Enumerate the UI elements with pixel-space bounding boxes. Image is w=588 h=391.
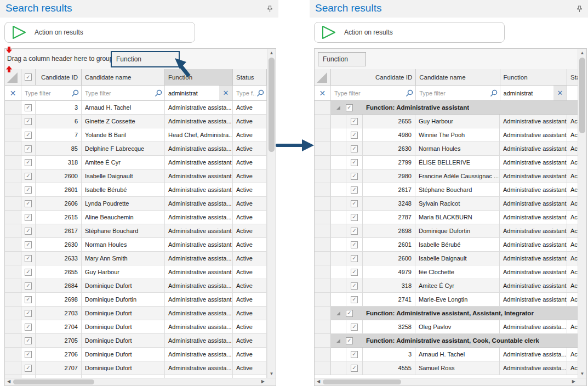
scroll-down-icon[interactable]: ▼ — [267, 371, 276, 376]
group-checkbox[interactable] — [346, 310, 353, 317]
table-row[interactable]: 4979fée ClochetteAdministrative assistan… — [315, 265, 578, 279]
scrollbar-thumb[interactable] — [323, 379, 401, 384]
table-row[interactable]: 2741Marie-Eve LongtinAdministrative assi… — [315, 293, 578, 307]
table-row[interactable]: 2707Dominique DufortAdministrative assis… — [5, 361, 267, 375]
column-header-status[interactable]: Status — [233, 69, 267, 85]
row-checkbox[interactable] — [351, 214, 358, 221]
scroll-right-icon[interactable]: ▶ — [572, 379, 575, 384]
row-checkbox[interactable] — [25, 104, 32, 111]
scroll-right-icon[interactable]: ▶ — [261, 379, 265, 384]
table-row[interactable]: 2600Isabelle DaignaultAdministrative ass… — [315, 252, 578, 265]
row-checkbox[interactable] — [25, 186, 32, 194]
table-row[interactable]: 2655Guy HarbourAdministrative assistantA… — [5, 265, 267, 279]
scrollbar-thumb[interactable] — [13, 379, 94, 384]
row-checkbox[interactable] — [25, 324, 32, 331]
dragged-function-header[interactable]: Function — [111, 51, 180, 67]
row-checkbox[interactable] — [25, 118, 32, 125]
table-row[interactable]: 318Amitee É CyrAdministrative assistantA… — [315, 279, 578, 293]
row-checkbox[interactable] — [25, 255, 32, 262]
column-header-function[interactable]: Function — [500, 69, 567, 85]
candidate-id-filter-input[interactable] — [331, 90, 404, 97]
table-row[interactable]: 2617Stéphane BouchardAdministrative assi… — [5, 224, 267, 238]
candidate-name-filter-input[interactable] — [416, 90, 488, 97]
row-checkbox[interactable] — [25, 365, 32, 372]
group-checkbox[interactable] — [346, 104, 353, 111]
table-row[interactable]: 2617Stéphane BouchardAdministrative assi… — [315, 183, 578, 197]
row-checkbox[interactable] — [25, 269, 32, 276]
row-checkbox[interactable] — [351, 241, 358, 248]
column-header-candidate-name[interactable]: Candidate name — [82, 69, 165, 85]
scroll-left-icon[interactable]: ◀ — [317, 379, 320, 384]
column-header-candidate-id[interactable]: Candidate ID — [36, 69, 82, 85]
table-row[interactable]: 2630Norman HoulesAdministrative assistan… — [315, 142, 578, 156]
clear-function-filter-button[interactable]: ✕ — [553, 86, 567, 100]
row-checkbox[interactable] — [25, 228, 32, 235]
status-filter-input[interactable] — [233, 90, 255, 97]
table-row[interactable]: 7Yolande B BarilHead Chef, Administra...… — [5, 128, 267, 142]
candidate-name-filter-input[interactable] — [82, 90, 153, 97]
table-row[interactable]: 2601Isabelle BérubéAdministrative assist… — [5, 183, 267, 197]
table-row[interactable]: 2703Dominique DufortAdministrative assis… — [5, 307, 267, 320]
row-checkbox[interactable] — [25, 241, 32, 248]
row-checkbox[interactable] — [25, 132, 32, 139]
table-row[interactable]: 3Arnaud H. TachelAdministrative assista.… — [315, 348, 578, 361]
table-row[interactable]: 2705Dominique DufortAdministrative assis… — [5, 334, 267, 348]
row-checkbox[interactable] — [351, 324, 358, 331]
row-checkbox[interactable] — [25, 282, 32, 290]
select-all-corner[interactable] — [315, 69, 331, 85]
action-on-results-button[interactable]: Action on results — [314, 22, 505, 43]
row-checkbox[interactable] — [351, 186, 358, 194]
row-checkbox[interactable] — [25, 296, 32, 303]
table-row[interactable]: 2606Lynda PoudretteAdministrative assist… — [5, 197, 267, 211]
expander-icon[interactable] — [336, 339, 340, 343]
scroll-down-icon[interactable]: ▼ — [578, 371, 586, 376]
table-row[interactable]: 6Ginette Z CossetteAdministrative assist… — [5, 115, 267, 128]
table-row[interactable]: 3Arnaud H. TachelAdministrative assista.… — [5, 101, 267, 115]
row-checkbox[interactable] — [351, 365, 358, 372]
row-checkbox[interactable] — [351, 118, 358, 125]
row-checkbox[interactable] — [351, 351, 358, 358]
row-checkbox[interactable] — [25, 337, 32, 344]
table-row[interactable]: 2698Dominique DufortinAdministrative ass… — [5, 293, 267, 307]
table-row[interactable]: 2633Mary Ann SmithAdministrative assista… — [5, 252, 267, 265]
row-checkbox[interactable] — [25, 310, 32, 317]
group-by-panel[interactable]: Function — [315, 49, 578, 69]
table-row[interactable]: 2787Maria BLACKBURNAdministrative assist… — [315, 211, 578, 224]
function-filter-input[interactable] — [165, 90, 219, 97]
select-all-checkbox[interactable] — [25, 73, 32, 81]
row-checkbox[interactable] — [351, 200, 358, 207]
table-row[interactable]: 2684Dominique DufortAdministrative assis… — [5, 279, 267, 293]
group-row[interactable]: Function: Administrative assistant, Cook… — [315, 334, 578, 348]
horizontal-scrollbar[interactable]: ◀ ▶ — [315, 378, 586, 386]
group-row[interactable]: Function: Administrative assistant — [315, 101, 578, 115]
row-checkbox[interactable] — [351, 255, 358, 262]
row-checkbox[interactable] — [351, 269, 358, 276]
column-header-status[interactable]: Status — [567, 69, 578, 85]
group-row[interactable]: Function: Administrative assistant, Assi… — [315, 307, 578, 320]
table-row[interactable]: 85Delphine F LabrecqueAdministrative ass… — [5, 142, 267, 156]
expander-icon[interactable] — [336, 106, 340, 110]
table-row[interactable]: 2706Dominique DufortAdministrative assis… — [5, 348, 267, 361]
row-checkbox[interactable] — [351, 228, 358, 235]
table-row[interactable]: 2980Francine Adèle Caussignac ...Adminis… — [315, 169, 578, 183]
pin-icon[interactable] — [576, 5, 583, 15]
group-chip-function[interactable]: Function — [318, 52, 366, 66]
row-checkbox[interactable] — [351, 159, 358, 166]
vertical-scrollbar[interactable]: ▲ ▼ — [267, 49, 276, 378]
scroll-up-icon[interactable]: ▲ — [267, 50, 276, 55]
row-checkbox[interactable] — [351, 145, 358, 152]
table-row[interactable]: 3258Oleg PavlovAdministrative assista...… — [315, 320, 578, 334]
scroll-left-icon[interactable]: ◀ — [7, 379, 10, 384]
table-row[interactable]: 4980Winnie The PoohAdministrative assist… — [315, 128, 578, 142]
scrollbar-thumb[interactable] — [269, 58, 275, 152]
row-checkbox[interactable] — [25, 145, 32, 152]
table-row[interactable]: 318Amitee É CyrAdministrative assistantA… — [5, 156, 267, 169]
row-checkbox[interactable] — [25, 214, 32, 221]
column-header-candidate-name[interactable]: Candidate name — [416, 69, 500, 85]
row-checkbox[interactable] — [351, 173, 358, 180]
action-on-results-button[interactable]: Action on results — [4, 22, 195, 43]
table-row[interactable]: 2615Aline BeaucheminAdministrative assis… — [5, 211, 267, 224]
expander-icon[interactable] — [336, 311, 340, 315]
row-checkbox[interactable] — [351, 132, 358, 139]
horizontal-scrollbar[interactable]: ◀ ▶ — [5, 378, 276, 386]
